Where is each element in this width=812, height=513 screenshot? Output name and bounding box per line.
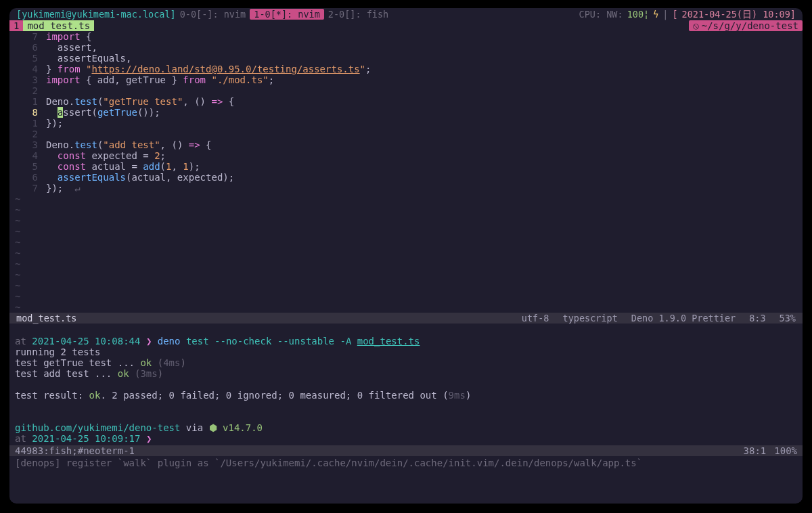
test-2-time: 3ms <box>140 368 157 379</box>
tmux-window-1-active[interactable]: 1-0[*]: nvim <box>250 9 324 20</box>
prompt-icon: ❯ <box>140 336 157 347</box>
via: via <box>180 422 208 433</box>
result-time: 9ms <box>449 390 466 401</box>
tab-number[interactable]: 1 <box>9 20 23 31</box>
tilde-filler: ~~~~~~~~~~~ <box>9 194 803 313</box>
status-encoding: utf-8 <box>515 313 556 324</box>
result-label: test result: <box>15 390 89 401</box>
cwd-path: ~/s/g/y/deno-test <box>702 20 798 31</box>
terminal-window: [yukimemi@yukimemi-mac.local] 0-0[-]: nv… <box>9 8 803 504</box>
test-2-ok: ok <box>118 368 129 379</box>
cpu-label: CPU: NW: <box>579 9 623 20</box>
apple-icon: [ <box>672 9 677 20</box>
p: ) <box>158 368 163 379</box>
status-percent: 53% <box>773 313 803 324</box>
prompt-repo: github.com/yukimemi/deno-test <box>15 422 180 433</box>
tmux-statusline: [yukimemi@yukimemi-mac.local] 0-0[-]: nv… <box>9 8 803 20</box>
terminal-pane[interactable]: at 2021-04-25 10:08:44 ❯ deno test --no-… <box>9 324 803 445</box>
tmux-window-0[interactable]: 0-0[-]: nvim <box>180 9 246 20</box>
prompt-icon[interactable]: ❯ <box>140 433 152 444</box>
charging-icon: ϟ <box>653 9 658 20</box>
bottom-percent: 100% <box>774 445 797 456</box>
cpu-value: 100¦ <box>627 9 650 20</box>
node-version: v14.7.0 <box>223 422 263 433</box>
test-2-name: test add test ... <box>15 368 118 379</box>
result-ok: ok <box>89 390 101 401</box>
cmd-binary: deno <box>158 336 181 347</box>
tmux-host: [yukimemi@yukimemi-mac.local] <box>16 9 176 20</box>
cmd-file: mod_test.ts <box>357 336 420 347</box>
status-filetype: typescript <box>556 313 625 324</box>
result-detail: . 2 passed; 0 failed; 0 ignored; 0 measu… <box>100 390 448 401</box>
test-1-ok: ok <box>140 357 152 368</box>
term-buffer-name: 44983:fish;#neoterm-1 <box>15 445 135 456</box>
status-filename: mod_test.ts <box>9 313 83 324</box>
tmux-window-2[interactable]: 2-0[]: fish <box>328 9 388 20</box>
tab-current-file[interactable]: mod_test.ts <box>23 20 94 31</box>
datetime: 2021-04-25(日) 10:09] <box>682 9 796 20</box>
test-1-name: test getTrue test ... <box>15 357 140 368</box>
at: at <box>15 433 32 444</box>
p: ) <box>466 390 471 401</box>
p: ) <box>180 357 185 368</box>
prompt-time-1: 2021-04-25 10:08:44 <box>32 336 140 347</box>
vim-statusline: mod_test.ts utf-8 typescript Deno 1.9.0 … <box>9 313 803 324</box>
p: ( <box>129 368 141 379</box>
vim-tabline: 1 mod_test.ts ⦸ ~/s/g/y/deno-test <box>9 20 803 31</box>
cmd-args: test --no-check --unstable -A <box>180 336 357 347</box>
status-linter: Deno 1.9.0 Prettier <box>625 313 742 324</box>
vim-message: [denops] register `walk` plugin as `/Use… <box>9 456 803 470</box>
editor-pane[interactable]: 7import {6 assert,5 assertEquals,4} from… <box>9 31 803 194</box>
eye-off-icon: ⦸ <box>693 20 699 31</box>
status-position: 8:3 <box>742 313 772 324</box>
test-running: running 2 tests <box>15 347 100 357</box>
separator: | <box>662 9 668 20</box>
prompt-at: at <box>15 336 32 347</box>
bottom-statusline: 44983:fish;#neoterm-1 38:1 100% <box>9 445 803 456</box>
prompt-time-2: 2021-04-25 10:09:17 <box>32 433 140 444</box>
bottom-position: 38:1 <box>736 445 775 456</box>
test-1-time: 4ms <box>163 357 180 368</box>
p: ( <box>152 357 163 368</box>
cwd-badge: ⦸ ~/s/g/y/deno-test <box>689 20 803 31</box>
node-icon: ⬢ <box>209 422 223 433</box>
